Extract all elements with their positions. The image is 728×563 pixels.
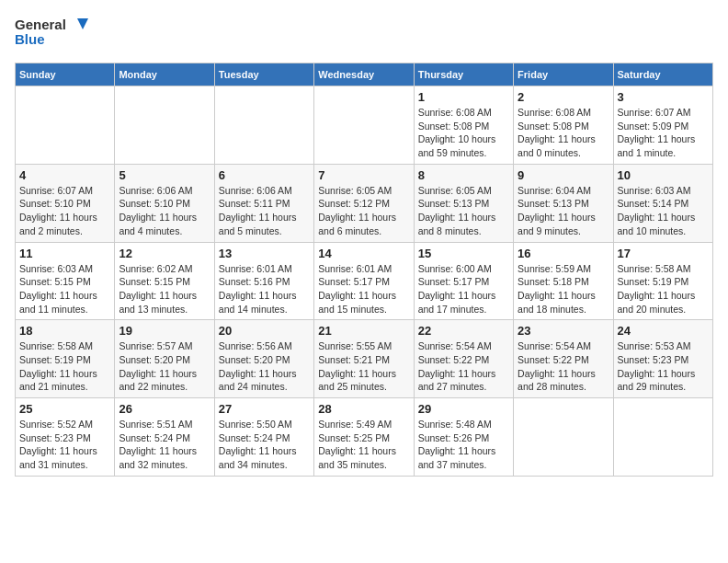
day-number: 19	[119, 324, 210, 338]
calendar-cell: 5Sunrise: 6:06 AM Sunset: 5:10 PM Daylig…	[115, 164, 214, 242]
day-number: 7	[318, 168, 409, 182]
calendar-cell: 8Sunrise: 6:05 AM Sunset: 5:13 PM Daylig…	[414, 164, 513, 242]
calendar-cell: 29Sunrise: 5:48 AM Sunset: 5:26 PM Dayli…	[414, 398, 513, 477]
day-number: 12	[119, 247, 210, 260]
day-number: 28	[318, 402, 409, 416]
header-sunday: Sunday	[16, 63, 115, 86]
header-monday: Monday	[115, 63, 214, 86]
day-number: 15	[418, 247, 509, 260]
calendar-week-row: 1Sunrise: 6:08 AM Sunset: 5:08 PM Daylig…	[16, 86, 713, 165]
day-number: 1	[418, 90, 509, 104]
day-number: 5	[119, 168, 210, 182]
calendar-cell	[115, 86, 214, 165]
header-tuesday: Tuesday	[214, 63, 313, 86]
calendar-cell: 17Sunrise: 5:58 AM Sunset: 5:19 PM Dayli…	[613, 242, 712, 320]
calendar-cell: 28Sunrise: 5:49 AM Sunset: 5:25 PM Dayli…	[314, 398, 414, 477]
calendar-cell: 12Sunrise: 6:02 AM Sunset: 5:15 PM Dayli…	[115, 242, 214, 320]
calendar-cell: 25Sunrise: 5:52 AM Sunset: 5:23 PM Dayli…	[16, 398, 115, 477]
day-number: 13	[219, 247, 310, 260]
calendar-cell: 18Sunrise: 5:58 AM Sunset: 5:19 PM Dayli…	[16, 320, 115, 398]
day-number: 11	[19, 247, 110, 260]
day-number: 18	[19, 324, 110, 338]
calendar-cell: 16Sunrise: 5:59 AM Sunset: 5:18 PM Dayli…	[514, 242, 613, 320]
calendar-cell	[214, 86, 313, 165]
day-number: 24	[618, 324, 709, 338]
day-number: 6	[219, 168, 310, 182]
calendar-cell	[514, 398, 613, 477]
day-info: Sunrise: 6:05 AM Sunset: 5:13 PM Dayligh…	[418, 184, 509, 238]
day-number: 16	[518, 247, 609, 260]
day-number: 20	[219, 324, 310, 338]
calendar-cell: 14Sunrise: 6:01 AM Sunset: 5:17 PM Dayli…	[314, 242, 414, 320]
day-info: Sunrise: 5:58 AM Sunset: 5:19 PM Dayligh…	[19, 339, 110, 394]
calendar-cell: 9Sunrise: 6:04 AM Sunset: 5:13 PM Daylig…	[514, 164, 613, 242]
day-number: 9	[518, 168, 609, 182]
svg-text:Blue: Blue	[15, 31, 45, 47]
calendar-cell: 1Sunrise: 6:08 AM Sunset: 5:08 PM Daylig…	[414, 86, 513, 165]
calendar-cell: 21Sunrise: 5:55 AM Sunset: 5:21 PM Dayli…	[314, 320, 414, 398]
day-info: Sunrise: 5:48 AM Sunset: 5:26 PM Dayligh…	[418, 418, 509, 472]
day-info: Sunrise: 6:06 AM Sunset: 5:11 PM Dayligh…	[219, 184, 310, 238]
day-info: Sunrise: 5:53 AM Sunset: 5:23 PM Dayligh…	[618, 339, 709, 394]
calendar-week-row: 4Sunrise: 6:07 AM Sunset: 5:10 PM Daylig…	[16, 164, 713, 242]
logo-svg: GeneralBlue	[15, 15, 97, 52]
day-number: 23	[518, 324, 609, 338]
calendar-week-row: 11Sunrise: 6:03 AM Sunset: 5:15 PM Dayli…	[16, 242, 713, 320]
day-info: Sunrise: 6:08 AM Sunset: 5:08 PM Dayligh…	[418, 106, 509, 160]
day-info: Sunrise: 5:59 AM Sunset: 5:18 PM Dayligh…	[518, 262, 609, 316]
day-info: Sunrise: 5:54 AM Sunset: 5:22 PM Dayligh…	[518, 339, 609, 394]
day-number: 17	[618, 247, 709, 260]
day-info: Sunrise: 5:50 AM Sunset: 5:24 PM Dayligh…	[219, 418, 310, 472]
day-number: 27	[219, 402, 310, 416]
calendar-cell: 15Sunrise: 6:00 AM Sunset: 5:17 PM Dayli…	[414, 242, 513, 320]
day-number: 25	[19, 402, 110, 416]
day-info: Sunrise: 6:07 AM Sunset: 5:09 PM Dayligh…	[618, 106, 709, 160]
calendar-cell	[16, 86, 115, 165]
day-info: Sunrise: 5:52 AM Sunset: 5:23 PM Dayligh…	[19, 418, 110, 472]
calendar-cell: 11Sunrise: 6:03 AM Sunset: 5:15 PM Dayli…	[16, 242, 115, 320]
day-number: 4	[19, 168, 110, 182]
calendar-cell: 3Sunrise: 6:07 AM Sunset: 5:09 PM Daylig…	[613, 86, 712, 165]
day-info: Sunrise: 6:06 AM Sunset: 5:10 PM Dayligh…	[119, 184, 210, 238]
day-info: Sunrise: 5:56 AM Sunset: 5:20 PM Dayligh…	[219, 339, 310, 394]
day-info: Sunrise: 5:49 AM Sunset: 5:25 PM Dayligh…	[318, 418, 409, 472]
day-number: 22	[418, 324, 509, 338]
day-number: 21	[318, 324, 409, 338]
day-number: 29	[418, 402, 509, 416]
calendar-cell: 24Sunrise: 5:53 AM Sunset: 5:23 PM Dayli…	[613, 320, 712, 398]
header-thursday: Thursday	[414, 63, 513, 86]
calendar-cell	[613, 398, 712, 477]
day-number: 14	[318, 247, 409, 260]
day-info: Sunrise: 6:00 AM Sunset: 5:17 PM Dayligh…	[418, 262, 509, 316]
svg-marker-1	[77, 18, 88, 29]
day-number: 2	[518, 90, 609, 104]
calendar-week-row: 18Sunrise: 5:58 AM Sunset: 5:19 PM Dayli…	[16, 320, 713, 398]
calendar-cell: 22Sunrise: 5:54 AM Sunset: 5:22 PM Dayli…	[414, 320, 513, 398]
day-info: Sunrise: 5:57 AM Sunset: 5:20 PM Dayligh…	[119, 339, 210, 394]
calendar-cell: 6Sunrise: 6:06 AM Sunset: 5:11 PM Daylig…	[214, 164, 313, 242]
calendar-cell	[314, 86, 414, 165]
day-number: 8	[418, 168, 509, 182]
day-info: Sunrise: 6:08 AM Sunset: 5:08 PM Dayligh…	[518, 106, 609, 160]
calendar-header-row: SundayMondayTuesdayWednesdayThursdayFrid…	[16, 63, 713, 86]
day-info: Sunrise: 5:54 AM Sunset: 5:22 PM Dayligh…	[418, 339, 509, 394]
day-info: Sunrise: 6:04 AM Sunset: 5:13 PM Dayligh…	[518, 184, 609, 238]
calendar-cell: 20Sunrise: 5:56 AM Sunset: 5:20 PM Dayli…	[214, 320, 313, 398]
day-info: Sunrise: 5:58 AM Sunset: 5:19 PM Dayligh…	[618, 262, 709, 316]
header-wednesday: Wednesday	[314, 63, 414, 86]
svg-text:General: General	[15, 17, 66, 32]
calendar-cell: 19Sunrise: 5:57 AM Sunset: 5:20 PM Dayli…	[115, 320, 214, 398]
day-number: 10	[618, 168, 709, 182]
page-header: GeneralBlue	[15, 15, 713, 52]
calendar-cell: 2Sunrise: 6:08 AM Sunset: 5:08 PM Daylig…	[514, 86, 613, 165]
day-info: Sunrise: 6:02 AM Sunset: 5:15 PM Dayligh…	[119, 262, 210, 316]
day-number: 3	[618, 90, 709, 104]
calendar-cell: 4Sunrise: 6:07 AM Sunset: 5:10 PM Daylig…	[16, 164, 115, 242]
calendar-cell: 13Sunrise: 6:01 AM Sunset: 5:16 PM Dayli…	[214, 242, 313, 320]
day-info: Sunrise: 5:51 AM Sunset: 5:24 PM Dayligh…	[119, 418, 210, 472]
day-info: Sunrise: 6:03 AM Sunset: 5:15 PM Dayligh…	[19, 262, 110, 316]
calendar-cell: 27Sunrise: 5:50 AM Sunset: 5:24 PM Dayli…	[214, 398, 313, 477]
day-info: Sunrise: 5:55 AM Sunset: 5:21 PM Dayligh…	[318, 339, 409, 394]
header-saturday: Saturday	[613, 63, 712, 86]
calendar-cell: 7Sunrise: 6:05 AM Sunset: 5:12 PM Daylig…	[314, 164, 414, 242]
